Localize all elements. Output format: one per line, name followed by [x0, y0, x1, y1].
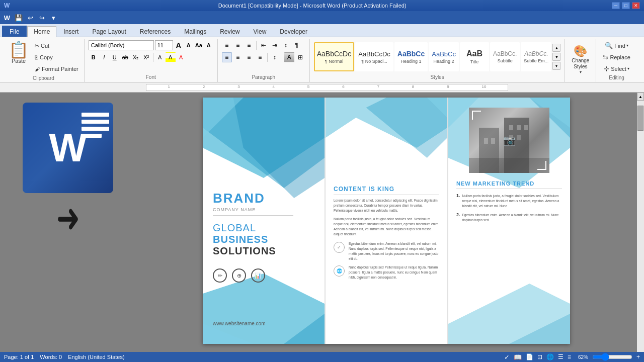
style-normal[interactable]: AaBbCcDc ¶ Normal: [314, 42, 354, 71]
brochure-panel-mid: CONTENT IS KING Lorem ipsum dolor sit am…: [325, 98, 448, 344]
ribbon: 📋 Paste ✂ Cut ⎘ Copy 🖌 Format Painter Cl…: [0, 37, 644, 82]
icon-pen[interactable]: ✏: [213, 268, 227, 283]
tagline-line3: SOLUTIONS: [213, 245, 276, 257]
mid-icon-1: ✓: [334, 242, 345, 253]
decrease-indent-button[interactable]: ⇤: [259, 40, 269, 50]
increase-indent-button[interactable]: ⇥: [270, 40, 280, 50]
view-web-button[interactable]: 🌐: [546, 353, 554, 360]
customize-qa-button[interactable]: ▾: [48, 13, 58, 23]
justify-button[interactable]: ≡: [255, 52, 265, 62]
word-count: Words: 0: [40, 354, 62, 360]
replace-button[interactable]: ⇆ Replace: [600, 52, 632, 62]
redo-button[interactable]: ↪: [37, 13, 47, 23]
icon-bar[interactable]: 📊: [251, 268, 265, 283]
view-outline-button[interactable]: ☰: [558, 353, 564, 360]
change-styles-button[interactable]: 🎨 ChangeStyles ▾: [569, 42, 592, 77]
close-button[interactable]: ✕: [632, 2, 640, 9]
bullets-button[interactable]: ≡: [222, 40, 232, 50]
align-left-button[interactable]: ≡: [222, 52, 232, 62]
tab-page-layout[interactable]: Page Layout: [86, 26, 132, 37]
tab-view[interactable]: View: [247, 26, 273, 37]
font-color-button[interactable]: A: [176, 52, 186, 62]
font-shrink-button[interactable]: A: [184, 41, 193, 50]
svg-rect-17: [491, 138, 495, 144]
scroll-thumb[interactable]: [637, 106, 643, 131]
superscript-button[interactable]: X²: [141, 52, 151, 62]
style-heading2[interactable]: AaBbCc Heading 2: [429, 42, 459, 71]
styles-expand-button[interactable]: ▾: [552, 62, 560, 70]
tab-insert[interactable]: Insert: [57, 26, 85, 37]
track-changes-icon[interactable]: ✓: [504, 353, 510, 361]
styles-group: AaBbCcDc ¶ Normal AaBbCcDc ¶ No Spaci...…: [310, 39, 566, 82]
view-full-screen-button[interactable]: ⊡: [537, 353, 542, 360]
sort-button[interactable]: ↕: [281, 40, 291, 50]
borders-button[interactable]: ⊞: [295, 52, 305, 62]
text-highlight-button[interactable]: A: [166, 52, 176, 62]
view-layout-button[interactable]: 📄: [526, 353, 533, 360]
brochure-panel-left: BRAND COMPANY NAME GLOBAL BUSINESS SOLUT…: [203, 98, 325, 344]
language: English (United States): [68, 354, 125, 360]
format-painter-button[interactable]: 🖌 Format Painter: [32, 63, 81, 74]
strikethrough-button[interactable]: ab: [120, 52, 130, 62]
title-bar: W Document1 [Compatibility Mode] - Micro…: [0, 0, 644, 11]
styles-down-button[interactable]: ▼: [552, 53, 560, 61]
select-button[interactable]: ⊹ Select ▾: [601, 63, 632, 74]
tab-file[interactable]: File: [2, 26, 27, 37]
align-right-button[interactable]: ≡: [244, 52, 254, 62]
zoom-slider[interactable]: [592, 353, 632, 361]
font-size-selector[interactable]: [155, 40, 173, 50]
tab-references[interactable]: References: [133, 26, 177, 37]
text-effects-button[interactable]: A: [155, 52, 165, 62]
window-title: Document1 [Compatibility Mode] - Microso…: [13, 3, 612, 9]
view-draft-button[interactable]: ≡: [568, 353, 571, 360]
underline-button[interactable]: U: [110, 52, 120, 62]
style-subtle-emphasis[interactable]: AaBbCc. Subtle Em...: [521, 42, 551, 71]
tagline-line2: BUSINESS: [213, 234, 276, 245]
page-count: Page: 1 of 1: [4, 354, 34, 360]
word-logo-small: W: [2, 13, 12, 23]
multilevel-list-button[interactable]: ≡: [244, 40, 254, 50]
style-title[interactable]: AaB Title: [460, 42, 489, 71]
font-grow-button[interactable]: A: [174, 41, 183, 50]
zoom-in-button[interactable]: +: [636, 353, 640, 360]
change-case-button[interactable]: Aa: [194, 41, 203, 50]
minimize-button[interactable]: ─: [612, 2, 620, 9]
font-family-selector[interactable]: [89, 40, 154, 50]
clear-format-button[interactable]: A: [204, 41, 213, 50]
tab-home[interactable]: Home: [27, 26, 56, 37]
change-styles-group: 🎨 ChangeStyles ▾: [565, 39, 596, 82]
shading-button[interactable]: A: [284, 52, 294, 62]
save-button[interactable]: 💾: [14, 13, 24, 23]
style-subtitle[interactable]: AaBbCc. Subtitle: [490, 42, 520, 71]
show-marks-button[interactable]: ¶: [292, 40, 302, 50]
subscript-button[interactable]: X₂: [131, 52, 141, 62]
bold-button[interactable]: B: [89, 52, 99, 62]
paste-button[interactable]: 📋 Paste: [6, 40, 31, 74]
marketing-item2: Egestas bibendum enim. Aenean a blandit …: [462, 213, 562, 223]
spell-check-icon[interactable]: 📖: [514, 353, 522, 361]
content-text1: Lorem ipsum dolor sit amet, consectetur …: [334, 198, 439, 213]
icon-chart[interactable]: ⊕: [232, 268, 246, 283]
tab-review[interactable]: Review: [213, 26, 246, 37]
find-button[interactable]: 🔍 Find ▾: [602, 40, 630, 51]
building-photo: 📷: [469, 108, 549, 173]
svg-rect-19: [517, 125, 521, 130]
brand-section: BRAND COMPANY NAME: [213, 191, 293, 216]
copy-button[interactable]: ⎘ Copy: [32, 52, 81, 63]
vertical-scrollbar: ▲ ▼: [637, 93, 644, 362]
scroll-up-button[interactable]: ▲: [637, 93, 644, 101]
undo-button[interactable]: ↩: [25, 13, 35, 23]
align-center-button[interactable]: ≡: [233, 52, 243, 62]
cut-button[interactable]: ✂ Cut: [32, 40, 81, 51]
styles-up-button[interactable]: ▲: [552, 44, 560, 52]
paragraph-group: ≡ ≡ ≡ ⇤ ⇥ ↕ ¶ ≡ ≡ ≡ ≡ ↕ A ⊞ Paragraph: [218, 39, 310, 82]
tab-mailings[interactable]: Mailings: [178, 26, 213, 37]
numbering-button[interactable]: ≡: [233, 40, 243, 50]
website-url: www.websitename.com: [213, 321, 265, 326]
restore-button[interactable]: □: [622, 2, 630, 9]
style-no-spacing[interactable]: AaBbCcDc ¶ No Spaci...: [355, 42, 393, 71]
line-spacing-button[interactable]: ↕: [270, 52, 280, 62]
tab-developer[interactable]: Developer: [273, 26, 314, 37]
italic-button[interactable]: I: [99, 52, 109, 62]
style-heading1[interactable]: AaBbCc Heading 1: [394, 42, 428, 71]
